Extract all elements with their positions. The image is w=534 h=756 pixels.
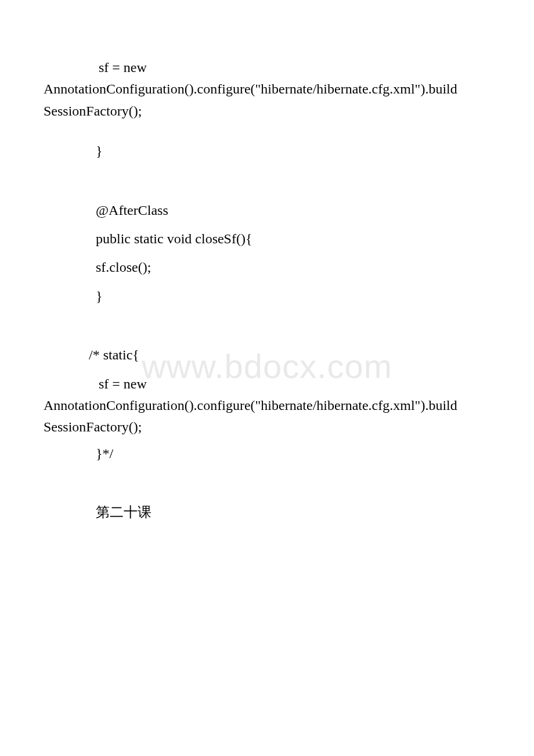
code-line: }*/ xyxy=(44,444,490,463)
code-line: SessionFactory(); xyxy=(44,102,490,120)
code-line: AnnotationConfiguration().configure("hib… xyxy=(44,80,490,98)
heading-text: 第二十课 xyxy=(44,503,490,521)
code-line: } xyxy=(44,142,490,160)
code-line: } xyxy=(44,287,490,305)
code-line: sf.close(); xyxy=(44,258,490,276)
code-line: public static void closeSf(){ xyxy=(44,229,490,248)
document-body: sf = new AnnotationConfiguration().confi… xyxy=(44,58,490,521)
code-line: @AfterClass xyxy=(44,201,490,219)
code-line: sf = new xyxy=(44,375,490,393)
code-line: AnnotationConfiguration().configure("hib… xyxy=(44,396,490,415)
code-line: /* static{ xyxy=(44,345,490,364)
code-line: sf = new xyxy=(44,58,490,77)
code-line: SessionFactory(); xyxy=(44,417,490,436)
